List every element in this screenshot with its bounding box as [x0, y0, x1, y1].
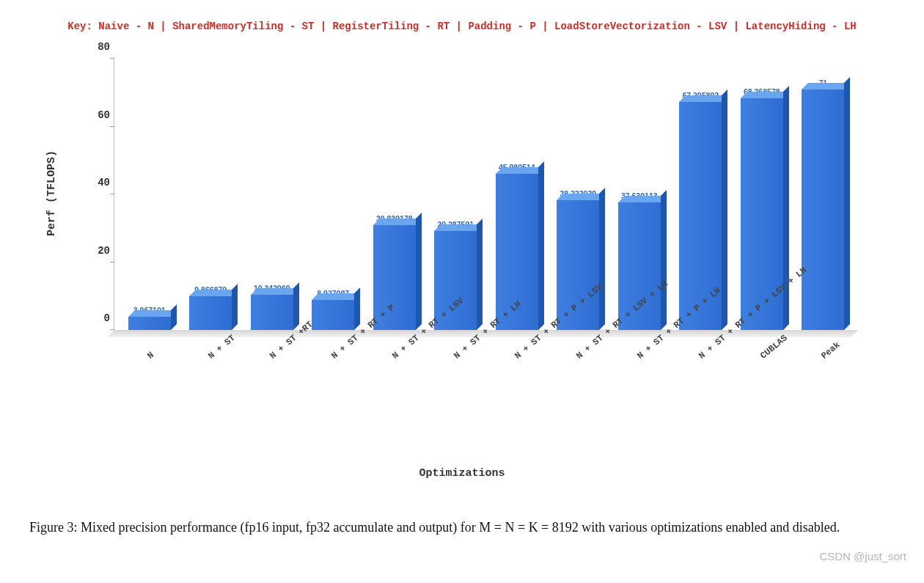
bar-slot: 71 [793, 78, 854, 330]
bar [802, 89, 844, 330]
bar [251, 295, 293, 330]
chart-container: Perf (TFLOPS) 3.9671019.86687910.3429698… [37, 45, 887, 485]
plot-area: 3.9671019.86687910.3429698.92709730.9391… [114, 59, 858, 337]
x-tick-label: N + ST [180, 345, 241, 469]
x-tick-label: N + ST + RT + P + LH [609, 345, 670, 469]
bar-slot: 9.866879 [180, 285, 242, 330]
bar-slot: 67.205892 [670, 91, 732, 330]
bars-group: 3.9671019.86687910.3429698.92709730.9391… [114, 59, 858, 330]
x-tick-label: N + ST + RT + LH [425, 345, 486, 469]
x-tick-label: N + ST +RT [241, 345, 302, 469]
y-tick-label: 80 [76, 41, 110, 53]
y-tick-label: 0 [76, 312, 110, 324]
bar [189, 296, 232, 330]
x-tick-label: N + ST + RT + P + LSV + LH [670, 345, 731, 469]
x-tick-label: N + ST + RT + LSV [363, 345, 425, 469]
bar [312, 300, 354, 330]
y-tick-label: 20 [76, 245, 110, 257]
x-tick-label: N + ST + RT + LSV + LH [547, 345, 609, 469]
chart-key-legend: Key: Naive - N | SharedMemoryTiling - ST… [0, 0, 924, 32]
y-tick-label: 60 [76, 109, 110, 121]
bar-slot: 29.287591 [425, 220, 487, 330]
y-axis-label: Perf (TFLOPS) [45, 150, 58, 236]
figure-caption: Figure 3: Mixed precision performance (f… [29, 519, 880, 536]
x-tick-label: N [118, 345, 180, 469]
x-tick-labels: NN + STN + ST +RTN + ST + RT + PN + ST +… [114, 345, 858, 469]
bar-slot: 10.342969 [241, 284, 303, 330]
x-tick-label: N + ST + RT + P [302, 345, 364, 469]
watermark-text: CSDN @just_sort [819, 550, 906, 562]
x-axis-label: Optimizations [37, 467, 887, 480]
bar-slot: 30.939178 [364, 214, 425, 330]
x-tick-label: CUBLAS [731, 345, 793, 469]
x-tick-label: N + ST + RT + P + LSV [485, 345, 547, 469]
bar [128, 317, 171, 330]
x-tick-label: Peak [792, 345, 854, 469]
bar-slot: 3.967101 [119, 306, 180, 330]
y-tick-label: 40 [76, 177, 110, 188]
